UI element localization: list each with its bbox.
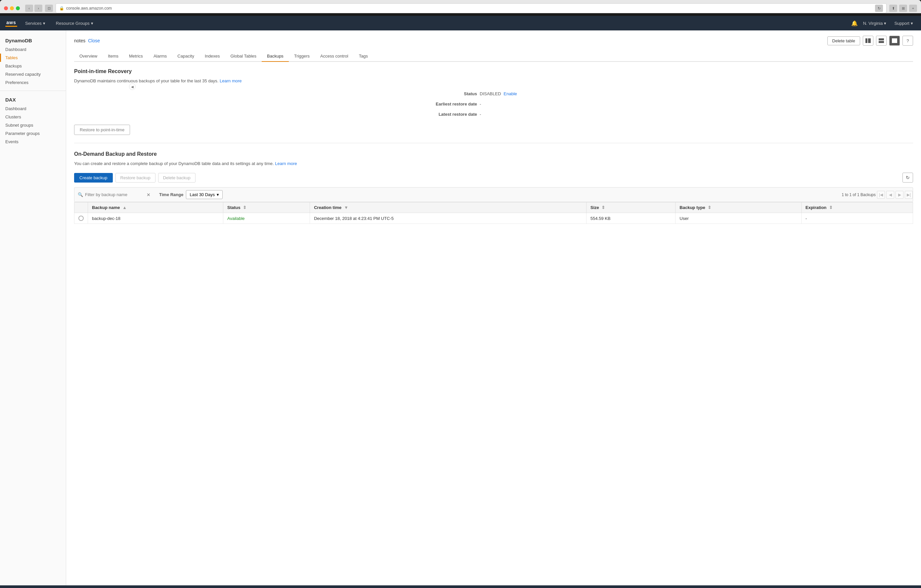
maximize-window-button[interactable] [16,6,20,10]
tab-indexes[interactable]: Indexes [200,51,225,62]
browser-titlebar: ‹ › ⊡ 🔒 console.aws.amazon.com ↻ ⬆ ⊞ + [4,3,917,13]
view-toggle-1-button[interactable] [863,36,873,45]
page-first-button[interactable]: |◀ [877,191,885,199]
chevron-down-icon: ▾ [884,21,886,26]
forward-button[interactable]: › [34,5,42,12]
page-next-button[interactable]: ▶ [895,191,903,199]
sidebar-item-clusters[interactable]: Clusters [0,113,66,121]
tab-bar: Overview Items Metrics Alarms Capacity I… [74,51,913,62]
backup-type-header[interactable]: Backup type ⇕ [675,202,801,213]
add-tab-button[interactable]: + [909,5,917,12]
aws-logo: aws [5,20,17,27]
pitr-learn-more-link[interactable]: Learn more [220,78,241,83]
filter-clear-button[interactable]: ✕ [146,192,151,197]
creation-time-header[interactable]: Creation time ▼ [310,202,587,213]
close-window-button[interactable] [4,6,8,10]
sort-icon: ⇕ [708,205,711,210]
svg-rect-2 [879,38,884,41]
row-checkbox-cell [75,213,88,224]
dax-section-title: DAX [0,95,66,104]
tab-overview[interactable]: Overview [74,51,103,62]
tab-global-tables[interactable]: Global Tables [225,51,262,62]
view-toggle-2-button[interactable] [876,36,887,45]
tab-metrics[interactable]: Metrics [124,51,148,62]
table-row: backup-dec-18 Available December 18, 201… [75,213,913,224]
backup-name-header[interactable]: Backup name ▲ [88,202,223,213]
sidebar-item-subnet-groups[interactable]: Subnet groups [0,121,66,129]
reload-button[interactable]: ↻ [875,5,883,12]
sidebar-item-backups[interactable]: Backups [0,62,66,70]
latest-restore-label: Latest restore date [411,110,477,118]
minimize-window-button[interactable] [10,6,14,10]
notifications-icon[interactable]: 🔔 [851,20,858,26]
help-button[interactable]: ? [903,36,913,45]
main-layout: DynamoDB Dashboard Tables Backups Reserv… [0,31,921,585]
services-menu-button[interactable]: Services ▾ [23,19,48,27]
sidebar-item-parameter-groups[interactable]: Parameter groups [0,129,66,138]
traffic-lights [4,6,20,10]
refresh-button[interactable]: ↻ [903,173,913,182]
earliest-restore-label: Earliest restore date [411,100,477,108]
chevron-down-icon: ▾ [217,192,219,197]
breadcrumb: notes Close [74,38,100,43]
share-button[interactable]: ⬆ [889,5,897,12]
sidebar-item-events[interactable]: Events [0,138,66,146]
ondemand-learn-more-link[interactable]: Learn more [275,161,297,166]
table-header-row: Backup name ▲ Status ⇕ Creation time ▼ [75,202,913,213]
sidebar-item-tables[interactable]: Tables [0,54,66,62]
pitr-title: Point-in-time Recovery [74,68,913,75]
view-toggle-3-button[interactable] [889,36,900,45]
ondemand-section: On-Demand Backup and Restore You can cre… [74,151,913,224]
size-header[interactable]: Size ⇕ [586,202,675,213]
restore-to-pit-button[interactable]: Restore to point-in-time [74,125,130,135]
expiration-header[interactable]: Expiration ⇕ [801,202,913,213]
tab-triggers[interactable]: Triggers [289,51,315,62]
ondemand-title: On-Demand Backup and Restore [74,151,913,157]
delete-backup-button[interactable]: Delete backup [158,173,195,182]
collapse-sidebar-button[interactable]: ◀ [129,83,136,90]
search-icon: 🔍 [78,192,83,197]
pagination-control: 1 to 1 of 1 Backups |◀ ◀ ▶ ▶| [841,191,913,199]
backup-name-cell: backup-dec-18 [88,213,223,224]
resource-groups-menu-button[interactable]: Resource Groups ▾ [53,19,96,27]
address-bar-actions: ↻ [875,5,883,12]
restore-backup-button[interactable]: Restore backup [116,173,156,182]
row-radio-button[interactable] [78,216,84,221]
enable-pitr-link[interactable]: Enable [503,91,517,96]
ondemand-description: You can create and restore a complete ba… [74,161,913,166]
chevron-down-icon: ▾ [91,21,93,26]
page-last-button[interactable]: ▶| [905,191,913,199]
sort-asc-icon: ▲ [122,205,127,210]
sidebar-toggle-button[interactable]: ⊡ [45,5,53,12]
section-divider-1 [74,143,913,143]
sidebar-item-dax-dashboard[interactable]: Dashboard [0,104,66,113]
filter-input[interactable] [85,192,145,197]
sidebar-item-dashboard[interactable]: Dashboard [0,45,66,54]
tab-capacity[interactable]: Capacity [172,51,200,62]
sidebar-item-preferences[interactable]: Preferences [0,78,66,87]
address-bar[interactable]: 🔒 console.aws.amazon.com ↻ [55,3,887,13]
delete-table-button[interactable]: Delete table [827,36,860,45]
tab-backups[interactable]: Backups [262,51,289,62]
status-header[interactable]: Status ⇕ [223,202,310,213]
sidebar-item-reserved-capacity[interactable]: Reserved capacity [0,70,66,78]
tab-alarms[interactable]: Alarms [148,51,172,62]
time-range-select[interactable]: Last 30 Days ▾ [186,190,223,199]
checkbox-header [75,202,88,213]
close-link[interactable]: Close [88,38,100,43]
sort-desc-icon: ▼ [344,205,348,210]
view-columns-icon [866,38,871,43]
back-button[interactable]: ‹ [25,5,33,12]
earliest-restore-value: - [480,100,576,108]
create-backup-button[interactable]: Create backup [74,173,113,182]
support-menu-button[interactable]: Support ▾ [892,19,916,27]
new-tab-button[interactable]: ⊞ [899,5,907,12]
tab-items[interactable]: Items [103,51,124,62]
chevron-down-icon: ▾ [43,21,45,26]
pitr-description: DynamoDB maintains continuous backups of… [74,78,913,83]
tab-tags[interactable]: Tags [354,51,373,62]
tab-access-control[interactable]: Access control [315,51,354,62]
page-prev-button[interactable]: ◀ [886,191,894,199]
status-field-value: DISABLED Enable [480,90,576,97]
region-menu-button[interactable]: N. Virginia ▾ [861,19,889,27]
